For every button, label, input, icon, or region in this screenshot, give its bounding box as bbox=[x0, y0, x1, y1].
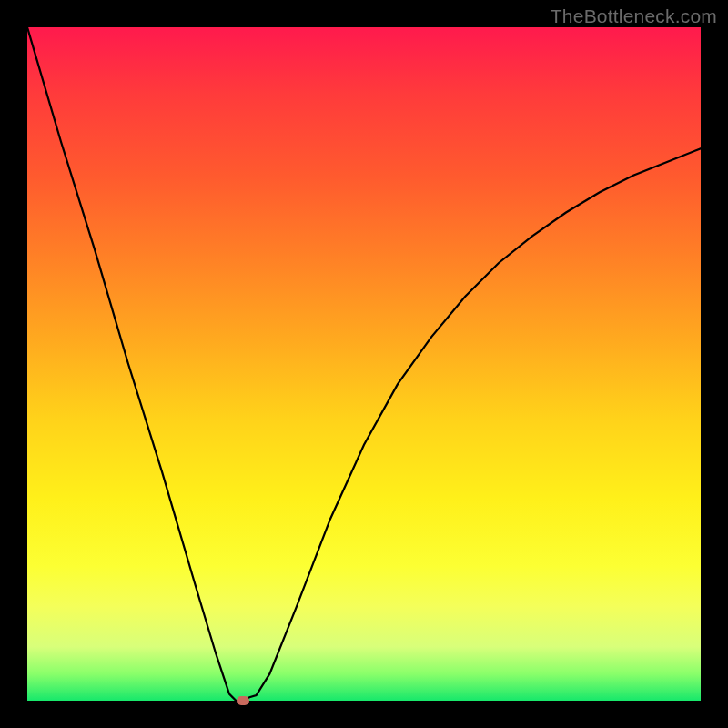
curve-svg bbox=[27, 27, 701, 701]
minimum-marker bbox=[237, 696, 249, 705]
watermark-text: TheBottleneck.com bbox=[551, 5, 717, 27]
bottleneck-curve bbox=[27, 27, 701, 701]
plot-area bbox=[27, 27, 701, 701]
chart-frame: TheBottleneck.com bbox=[0, 0, 728, 728]
